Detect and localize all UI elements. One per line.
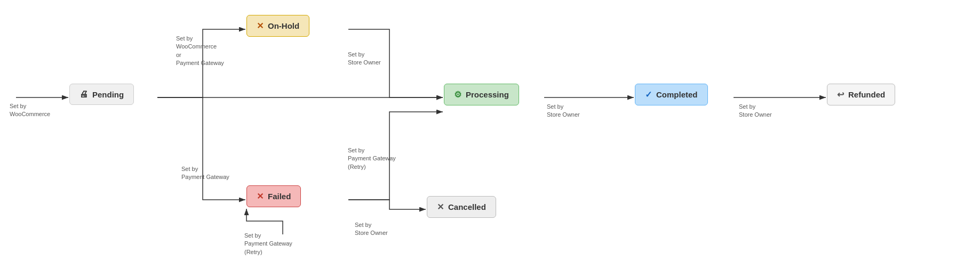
node-cancelled: ✕ Cancelled: [427, 196, 496, 218]
label-set-by-store-owner-1: Set byStore Owner: [348, 51, 381, 67]
failed-icon: ✕: [257, 191, 264, 201]
processing-icon: ⚙: [454, 89, 461, 100]
label-set-by-woocommerce-or-gateway: Set byWooCommerceorPayment Gateway: [176, 35, 224, 68]
refunded-icon: ↩: [837, 89, 844, 100]
node-pending: 🖨 Pending: [69, 84, 134, 105]
pending-icon: 🖨: [79, 89, 88, 99]
node-completed: ✓ Completed: [635, 84, 708, 105]
label-set-by-store-owner-cancelled: Set byStore Owner: [355, 221, 388, 238]
completed-icon: ✓: [645, 89, 652, 100]
label-set-by-store-owner-2: Set byStore Owner: [547, 103, 580, 119]
node-refunded: ↩ Refunded: [827, 84, 895, 105]
pending-label: Pending: [92, 90, 124, 99]
cancelled-icon: ✕: [437, 202, 444, 212]
diagram-container: Set byWooCommerce Set byWooCommerceorPay…: [0, 0, 980, 269]
label-set-by-woocommerce: Set byWooCommerce: [10, 102, 50, 119]
arrows-svg: [0, 0, 980, 269]
label-set-by-payment-gateway-retry-1: Set byPayment Gateway(Retry): [244, 232, 292, 256]
onhold-label: On-Hold: [268, 21, 299, 30]
refunded-label: Refunded: [848, 90, 885, 99]
onhold-icon: ✕: [257, 21, 264, 31]
cancelled-label: Cancelled: [448, 202, 486, 211]
processing-label: Processing: [466, 90, 509, 99]
failed-label: Failed: [268, 192, 291, 201]
node-onhold: ✕ On-Hold: [246, 15, 309, 37]
node-failed: ✕ Failed: [246, 185, 301, 207]
label-set-by-payment-gateway-retry-2: Set byPayment Gateway(Retry): [348, 146, 396, 171]
label-set-by-payment-gateway: Set byPayment Gateway: [181, 165, 229, 182]
completed-label: Completed: [656, 90, 698, 99]
label-set-by-store-owner-3: Set byStore Owner: [739, 103, 772, 119]
node-processing: ⚙ Processing: [444, 84, 519, 105]
